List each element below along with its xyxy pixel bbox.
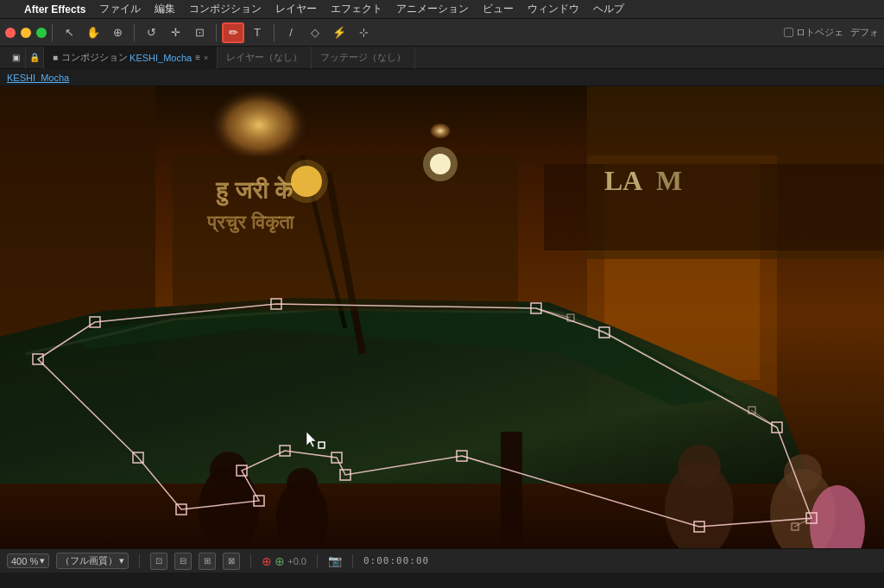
menu-animation[interactable]: アニメーション bbox=[396, 2, 469, 16]
timecode-display[interactable]: 0:00:00:00 bbox=[363, 555, 429, 566]
roto-brush-button[interactable]: ⚡ bbox=[328, 22, 350, 43]
menu-window[interactable]: ウィンドウ bbox=[527, 2, 579, 16]
comp-icon: ■ bbox=[53, 53, 58, 62]
toggle-transparency-button[interactable]: ⊟ bbox=[174, 553, 192, 570]
rect-tool-button[interactable]: ⊡ bbox=[188, 22, 211, 43]
tab-menu-icon: ≡ bbox=[195, 53, 200, 62]
traffic-lights bbox=[5, 28, 47, 38]
snapshot-button[interactable]: 📷 bbox=[328, 554, 342, 567]
scene-overlay bbox=[0, 86, 884, 548]
quality-chevron: ▾ bbox=[119, 555, 124, 566]
select-tool-button[interactable]: ↖ bbox=[58, 22, 80, 43]
status-sep-3 bbox=[317, 554, 318, 568]
hand-tool-button[interactable]: ✋ bbox=[82, 22, 104, 43]
color-offset-label: +0.0 bbox=[287, 556, 306, 566]
comp-panel-icon: ▣ bbox=[7, 47, 26, 69]
menu-layer[interactable]: レイヤー bbox=[275, 2, 317, 16]
canvas-area: हु जरी के प्रचुर विकृता LA M bbox=[0, 86, 884, 548]
toolbar: ↖ ✋ ⊕ ↺ ✛ ⊡ ✏ T / ◇ ⚡ ⊹ ロトベジェ デフォ bbox=[0, 19, 884, 47]
separator-3 bbox=[216, 24, 217, 41]
text-tool-button[interactable]: T bbox=[246, 22, 268, 43]
footage-tab[interactable]: フッテージ（なし） bbox=[312, 47, 415, 69]
default-label: デフォ bbox=[850, 26, 879, 39]
status-sep-2 bbox=[250, 554, 251, 568]
pin-tool-button[interactable]: ⊹ bbox=[352, 22, 375, 43]
eraser-tool-button[interactable]: ◇ bbox=[304, 22, 326, 43]
menu-edit[interactable]: 編集 bbox=[155, 2, 175, 16]
guides-button[interactable]: ⊠ bbox=[223, 553, 240, 570]
zoom-value: 400 % bbox=[11, 556, 38, 566]
zoom-dropdown[interactable]: 400 % ▾ bbox=[7, 553, 49, 568]
roto-bezier-checkbox-label[interactable]: ロトベジェ bbox=[784, 26, 843, 39]
footage-tab-label: フッテージ（なし） bbox=[320, 51, 406, 64]
color-channels-icon[interactable]: ⊕ bbox=[262, 554, 272, 568]
quality-value: （フル画質） bbox=[60, 554, 117, 567]
grid-button[interactable]: ⊞ bbox=[199, 553, 216, 570]
separator-4 bbox=[274, 24, 275, 41]
layer-tab-label: レイヤー（なし） bbox=[226, 51, 302, 64]
pan-behind-button[interactable]: ✛ bbox=[164, 22, 186, 43]
menu-composition[interactable]: コンポジション bbox=[189, 2, 262, 16]
status-sep-1 bbox=[139, 554, 140, 568]
tab-bar: ▣ 🔒 ■ コンポジション KESHI_Mocha ≡ × レイヤー（なし） フ… bbox=[0, 47, 884, 69]
menu-after-effects[interactable]: After Effects bbox=[24, 3, 85, 16]
menu-file[interactable]: ファイル bbox=[99, 2, 141, 16]
lock-icon: 🔒 bbox=[26, 47, 44, 69]
panel-comp-name[interactable]: KESHI_Mocha bbox=[7, 73, 69, 83]
comp-label: コンポジション bbox=[61, 51, 128, 64]
separator-1 bbox=[52, 24, 53, 41]
menu-help[interactable]: ヘルプ bbox=[593, 2, 624, 16]
menu-bar: After Effects ファイル 編集 コンポジション レイヤー エフェクト… bbox=[0, 0, 884, 19]
color-display-icon[interactable]: ⊕ bbox=[275, 554, 285, 568]
pen-tool-button[interactable]: ✏ bbox=[222, 22, 244, 43]
separator-2 bbox=[134, 24, 135, 41]
status-sep-4 bbox=[352, 554, 353, 568]
maximize-button[interactable] bbox=[36, 28, 47, 38]
comp-name: KESHI_Mocha bbox=[129, 53, 192, 63]
toolbar-right: ロトベジェ デフォ bbox=[784, 26, 879, 39]
close-button[interactable] bbox=[5, 28, 16, 38]
layer-tab[interactable]: レイヤー（なし） bbox=[218, 47, 312, 69]
region-of-interest-button[interactable]: ⊡ bbox=[150, 553, 167, 570]
composition-tab[interactable]: ■ コンポジション KESHI_Mocha ≡ × bbox=[44, 47, 218, 69]
rotate-tool-button[interactable]: ↺ bbox=[140, 22, 162, 43]
brush-tool-button[interactable]: / bbox=[280, 22, 302, 43]
menu-effect[interactable]: エフェクト bbox=[331, 2, 382, 16]
quality-dropdown[interactable]: （フル画質） ▾ bbox=[56, 553, 129, 569]
status-bar: 400 % ▾ （フル画質） ▾ ⊡ ⊟ ⊞ ⊠ ⊕ ⊕ +0.0 📷 0:00… bbox=[0, 548, 884, 572]
zoom-chevron: ▾ bbox=[40, 555, 45, 566]
tab-close-button[interactable]: × bbox=[204, 54, 208, 62]
minimize-button[interactable] bbox=[21, 28, 31, 38]
roto-bezier-checkbox[interactable] bbox=[784, 28, 793, 37]
zoom-tool-button[interactable]: ⊕ bbox=[106, 22, 129, 43]
color-management: ⊕ ⊕ +0.0 bbox=[262, 554, 306, 568]
menu-view[interactable]: ビュー bbox=[483, 2, 514, 16]
roto-bezier-label: ロトベジェ bbox=[796, 26, 843, 39]
panel-header: KESHI_Mocha bbox=[0, 69, 884, 86]
